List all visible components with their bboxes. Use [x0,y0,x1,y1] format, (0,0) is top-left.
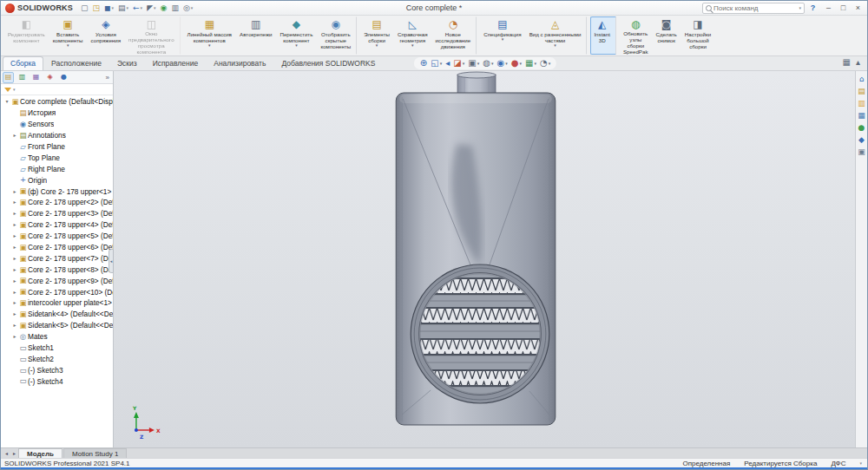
graphics-viewport[interactable]: Y X Z [114,71,855,447]
tree-item[interactable]: ▣ intercooler upper plate<1> -> (Defa [1,297,113,309]
tab-assembly[interactable]: Сборка [3,56,43,70]
tree-item[interactable]: ▣ Core 2- 178 upper<8> (Default<<De [1,264,113,275]
tab-repair[interactable]: Исправление [145,56,207,70]
propertymanager-tab-icon[interactable]: ▥ [16,72,28,83]
view-settings-icon[interactable]: ◔ [540,59,550,68]
tab-splitter-icon[interactable]: ◂ [3,448,10,458]
expand-arrow-icon[interactable] [11,334,18,339]
view-orientation-icon[interactable]: ▣ [468,59,479,68]
edit-appearance-icon[interactable]: ● [511,59,522,68]
instant-3d-button[interactable]: ◭ Instant 3D [590,16,616,55]
expand-arrow-icon[interactable] [11,256,18,261]
save-icon[interactable]: ◼ [102,2,115,14]
close-button[interactable]: × [851,2,865,15]
zoom-area-icon[interactable]: ◱ [431,59,442,68]
collapse-ribbon-icon[interactable]: ▴ [856,58,860,67]
expand-arrow-icon[interactable] [11,189,18,194]
tree-item[interactable]: ▣ (ф) Core 2- 178 upper<1> (Default< [1,186,113,197]
tab-solidworks-addins[interactable]: Добавления SOLIDWORKS [273,56,383,70]
expand-arrow-icon[interactable] [3,99,10,104]
select-icon[interactable]: ◤ [145,2,157,14]
expand-arrow-icon[interactable] [11,300,18,305]
tree-item[interactable]: ▤ История [1,108,113,119]
tree-item[interactable]: ◉ Sensors [1,119,113,130]
new-document-icon[interactable]: ▢ [79,2,90,14]
new-motion-study-button[interactable]: ◔ Новое исследование движения [432,16,477,55]
mate-button[interactable]: ◈ Условия сопряжения [88,16,124,55]
tree-item[interactable]: ▭ Sketch2 [1,353,113,364]
expand-arrow-icon[interactable] [11,245,18,250]
reference-geometry-button[interactable]: ◺ Справочная геометрия [394,16,431,55]
help-button[interactable]: ? [807,3,819,12]
tree-item[interactable]: ▣ Core 2- 178 upper<2> (Default<<De [1,197,113,208]
tree-item[interactable]: ▣ Core 2- 178 upper<6> (Default<<De [1,242,113,253]
tab-scroll-icon[interactable]: ▸ [10,448,18,458]
tree-item[interactable]: ▣ Core 2- 178 upper<5> (Default<<De [1,231,113,242]
show-hidden-components-button[interactable]: ◉ Отобразить скрытые компоненты [317,16,357,55]
tree-item[interactable]: ◎ Mates [1,331,113,343]
tree-item[interactable]: ▣ Core 2- 178 upper<10> (Default<<D [1,286,113,297]
model-core-complete[interactable]: Y X Z [114,71,855,447]
large-assembly-settings-button[interactable]: ◨ Настройки большой сборки [681,16,714,55]
file-explorer-icon[interactable]: ▥ [858,100,865,108]
tree-item[interactable]: + Origin [1,174,113,186]
panel-tabs-overflow-icon[interactable]: » [106,74,111,82]
appearances-icon[interactable]: ● [858,124,865,132]
tree-item[interactable]: ▭ (-) Sketch4 [1,375,113,387]
display-style-icon[interactable]: ◍ [483,59,493,68]
tree-filter-bar[interactable]: ▾ [1,84,113,95]
tree-item[interactable]: ▱ Front Plane [1,141,113,153]
expand-arrow-icon[interactable] [11,290,18,295]
minimize-button[interactable]: – [821,2,836,15]
search-input[interactable] [713,4,797,12]
model-filler-neck[interactable] [457,72,496,95]
expand-arrow-icon[interactable] [11,278,18,284]
take-snapshot-button[interactable]: ◙ Сделать снимок [653,16,681,55]
tree-item[interactable]: ▣ Core 2- 178 upper<3> (Default<<De [1,208,113,219]
expand-arrow-icon[interactable] [11,311,18,317]
exploded-view-button[interactable]: ◬ Вид с разнесенными частями [526,16,588,55]
maximize-button[interactable]: □ [836,2,851,15]
expand-arrow-icon[interactable] [11,323,18,328]
displaymanager-tab-icon[interactable]: ● [58,72,69,83]
forum-icon[interactable]: ▣ [858,148,865,156]
smart-fasteners-button[interactable]: ▥ Автокрепежи [236,16,275,55]
section-view-icon[interactable]: ◪ [453,59,464,68]
tree-item[interactable]: ▤ Annotations [1,130,113,141]
tree-item[interactable]: ▭ Sketch1 [1,343,113,354]
options-icon[interactable]: ◎ [181,2,194,14]
expand-arrow-icon[interactable] [11,222,18,227]
tab-evaluate[interactable]: Анализировать [206,56,273,70]
move-component-button[interactable]: ◆ Переместить компонент [276,16,316,55]
model-tab[interactable]: Модель [18,448,62,458]
tree-item[interactable]: ▱ Top Plane [1,152,113,163]
expand-arrow-icon[interactable] [11,211,18,216]
expand-arrow-icon[interactable] [11,267,18,272]
tree-item[interactable]: ▣ Core 2- 178 upper<9> (Default<<De [1,275,113,286]
expand-arrow-icon[interactable] [11,133,18,138]
edit-component-button[interactable]: ◧ Редактировать компонент [4,16,49,55]
view-palette-icon[interactable]: ▦ [858,112,865,120]
bill-of-materials-button[interactable]: ▤ Спецификация [480,16,524,55]
assembly-features-button[interactable]: ▤ Элементы сборки [360,16,393,55]
tree-item[interactable]: ▣ Core complete (Default<Display State-1 [1,96,113,108]
hide-show-items-icon[interactable]: ◉ [496,59,507,68]
solidworks-resources-icon[interactable]: ⌂ [859,75,865,83]
configurationmanager-tab-icon[interactable]: ▦ [30,72,42,83]
featuremanager-tab-icon[interactable]: ▤ [3,72,14,83]
tree-item[interactable]: ▣ Sidetank<5> (Default<<Default>_Di [1,320,113,331]
undo-icon[interactable]: ← [131,2,144,14]
open-document-icon[interactable]: ◳ [91,2,102,14]
print-icon[interactable]: ▤ [116,2,130,14]
tree-item[interactable]: ▣ Core 2- 178 upper<7> (Default<<De [1,252,113,264]
design-library-icon[interactable]: ▤ [858,88,865,95]
tree-item[interactable]: ▣ Sidetank<4> (Default<<Default>_Di [1,309,113,320]
tree-item[interactable]: ▭ (-) Sketch3 [1,364,113,375]
model-core-opening[interactable] [411,264,549,403]
file-properties-icon[interactable]: ▥ [169,2,181,14]
motion-study-tab[interactable]: Motion Study 1 [63,448,127,458]
tab-sketch[interactable]: Эскиз [109,56,145,70]
insert-components-button[interactable]: ▣ Вставить компоненты [49,16,87,55]
previous-view-icon[interactable]: ◂ [445,59,450,68]
status-units-caret-icon[interactable]: ▾ [859,460,862,466]
